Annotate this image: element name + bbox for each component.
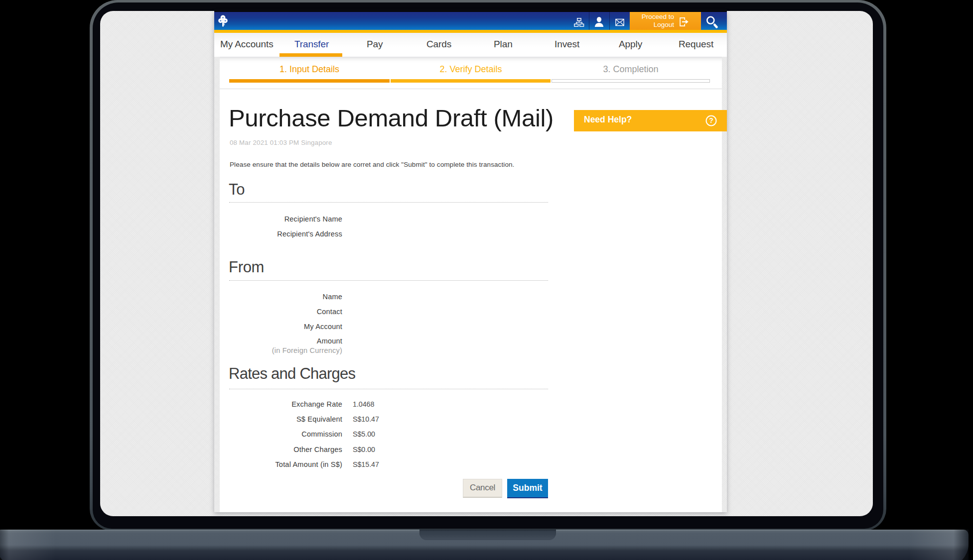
svg-text:?: ? xyxy=(709,116,713,124)
